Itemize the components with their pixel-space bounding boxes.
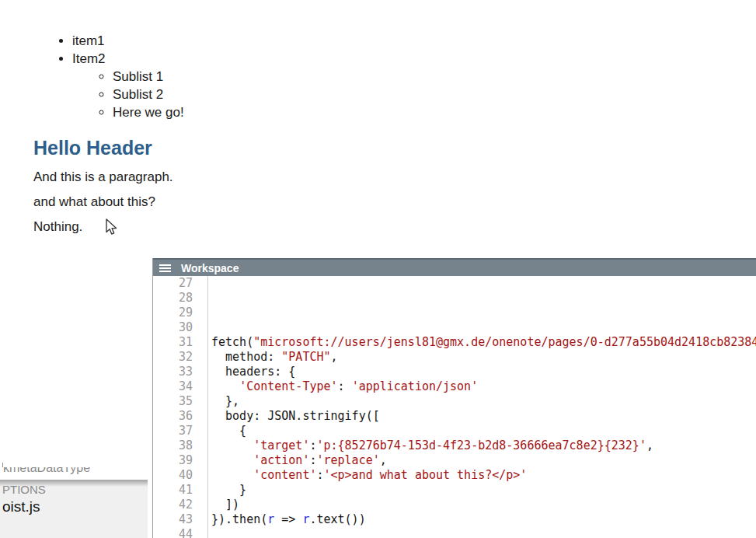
sub-list-item: Sublist 1 (113, 68, 184, 86)
sub-list-item: Here we go! (113, 103, 184, 121)
clipped-popup-label: kmetaDataType (3, 467, 90, 475)
code-line[interactable] (211, 291, 756, 306)
code-line[interactable] (211, 306, 756, 320)
code-line[interactable]: ]) (211, 498, 756, 512)
code-line[interactable]: 'action':'replace', (211, 453, 756, 468)
code-text (211, 379, 239, 393)
code-line[interactable] (211, 527, 756, 538)
line-number: 35 (153, 394, 193, 409)
workspace-title: Workspace (181, 262, 239, 274)
code-line[interactable]: headers: { (211, 365, 756, 379)
code-text: .text()) (309, 512, 365, 526)
line-number: 32 (153, 350, 193, 365)
code-line[interactable]: body: JSON.stringify([ (211, 409, 756, 424)
line-number: 42 (153, 498, 193, 512)
code-line[interactable]: 'Content-Type': 'application/json' (211, 379, 756, 394)
code-text: fetch( (211, 335, 253, 349)
list-item: item1 (72, 32, 184, 50)
line-number: 44 (153, 527, 193, 538)
code-string: 'content' (253, 468, 316, 482)
code-text: }, (211, 394, 239, 408)
line-number-gutter: 272829303132333435363738394041424344 (153, 276, 208, 538)
code-line[interactable]: 'content':'<p>and what about this?</p>' (211, 468, 756, 483)
code-text: }).then( (211, 512, 267, 526)
paragraph: and what about this? (33, 193, 173, 211)
popup-top-shadow (0, 480, 148, 487)
line-number: 27 (153, 276, 193, 291)
paragraph: And this is a paragraph. (33, 168, 173, 186)
code-text: , (646, 438, 653, 452)
code-line[interactable]: fetch("microsoft://users/jensl81@gmx.de/… (211, 335, 756, 350)
code-string: 'target' (253, 438, 309, 452)
line-number: 37 (153, 424, 193, 438)
code-string: 'replace' (316, 453, 379, 467)
clipped-popup-item[interactable]: kmetaDataType (0, 467, 148, 480)
line-number: 30 (153, 320, 193, 335)
line-number: 39 (153, 453, 193, 468)
list-item: Item2Sublist 1Sublist 2Here we go! (72, 50, 184, 121)
line-number: 28 (153, 291, 193, 306)
sub-list: Sublist 1Sublist 2Here we go! (72, 68, 184, 121)
paragraph: Nothing. (33, 218, 173, 236)
code-text: { (211, 424, 246, 438)
line-number: 40 (153, 468, 193, 483)
code-text: : (316, 468, 323, 482)
line-number: 36 (153, 409, 193, 424)
line-number: 41 (153, 483, 193, 498)
line-number: 33 (153, 365, 193, 379)
code-text: } (211, 483, 246, 497)
code-string: "microsoft://users/jensl81@gmx.de/onenot… (253, 335, 756, 349)
code-text: , (380, 453, 387, 467)
code-text: body: JSON.stringify([ (211, 409, 380, 423)
code-string: 'action' (253, 453, 309, 467)
line-number: 29 (153, 306, 193, 320)
line-number: 43 (153, 512, 193, 527)
code-text: headers: { (211, 365, 295, 379)
paragraph-block: And this is a paragraph.and what about t… (33, 168, 173, 243)
code-line[interactable]: method: "PATCH", (211, 350, 756, 365)
code-text (211, 438, 253, 452)
code-string: 'p:{85276b74-153d-4f23-b2d8-36666ea7c8e2… (316, 438, 646, 452)
code-text: ]) (211, 498, 239, 512)
workspace-titlebar[interactable]: Workspace (153, 258, 756, 276)
bullet-list: item1Item2Sublist 1Sublist 2Here we go! (41, 32, 184, 121)
code-line[interactable]: } (211, 483, 756, 498)
line-number: 38 (153, 438, 193, 453)
code-line[interactable]: 'target':'p:{85276b74-153d-4f23-b2d8-366… (211, 438, 756, 453)
line-number: 31 (153, 335, 193, 350)
code-string: "PATCH" (281, 350, 330, 364)
code-text (211, 468, 253, 482)
popup-panel: PTIONSoist.js (0, 480, 148, 538)
workspace-panel: Workspace 272829303132333435363738394041… (152, 258, 756, 538)
code-string: '<p>and what about this?</p>' (324, 468, 528, 482)
code-line[interactable]: }, (211, 394, 756, 409)
mouse-pointer-icon (105, 218, 118, 240)
code-identifier: r (267, 512, 274, 526)
code-text (211, 453, 253, 467)
code-line[interactable] (211, 276, 756, 291)
autocomplete-popup: kmetaDataType PTIONSoist.js (0, 467, 148, 538)
sub-list-item: Sublist 2 (113, 86, 184, 103)
code-text: => (274, 512, 302, 526)
popup-item-file[interactable]: oist.js (0, 496, 148, 515)
code-line[interactable]: }).then(r => r.text()) (211, 512, 756, 527)
code-string: 'application/json' (352, 379, 479, 393)
code-text: , (331, 350, 338, 364)
code-line[interactable]: { (211, 424, 756, 438)
editor-body: 272829303132333435363738394041424344 fet… (153, 276, 756, 538)
code-text: method: (211, 350, 281, 364)
line-number: 34 (153, 379, 193, 394)
code-line[interactable] (211, 320, 756, 335)
code-area[interactable]: fetch("microsoft://users/jensl81@gmx.de/… (208, 276, 756, 538)
page-title: Hello Header (33, 137, 152, 159)
code-text: : (338, 379, 352, 393)
hamburger-menu-icon[interactable] (159, 263, 171, 274)
code-string: 'Content-Type' (239, 379, 337, 393)
